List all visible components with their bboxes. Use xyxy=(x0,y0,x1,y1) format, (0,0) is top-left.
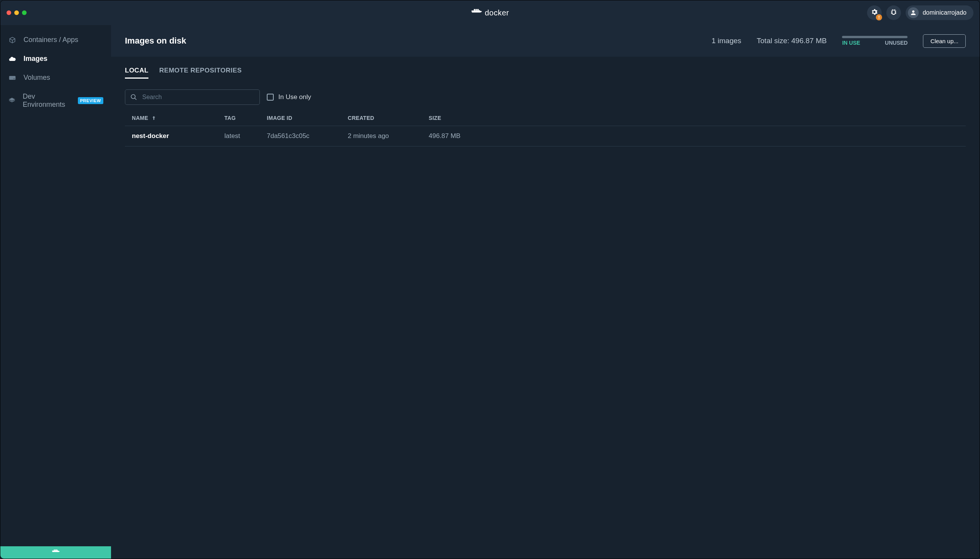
window-minimize-button[interactable] xyxy=(14,10,19,15)
tab-local[interactable]: LOCAL xyxy=(125,67,148,79)
app-logo: docker xyxy=(471,8,509,18)
images-table: NAME TAG IMAGE ID CREATED SIZE nest-dock… xyxy=(111,110,980,146)
clean-up-button[interactable]: Clean up... xyxy=(923,34,966,48)
window-maximize-button[interactable] xyxy=(22,10,27,15)
account-menu[interactable]: dominicarrojado xyxy=(906,5,973,20)
nav-list: Containers / Apps Images Volumes xyxy=(0,25,111,114)
svg-rect-11 xyxy=(54,550,55,551)
app-window: docker ! dominicarrojado xyxy=(0,0,980,559)
sidebar-item-containers[interactable]: Containers / Apps xyxy=(0,30,111,49)
filter-row: In Use only xyxy=(111,79,980,110)
usage-unused-label: UNUSED xyxy=(885,40,908,46)
app-name: docker xyxy=(485,8,509,17)
window-controls xyxy=(7,10,27,15)
column-header-created[interactable]: CREATED xyxy=(348,115,429,121)
search-icon xyxy=(130,94,137,101)
usage-bar xyxy=(842,36,908,38)
settings-button[interactable]: ! xyxy=(867,5,882,20)
settings-alert-badge: ! xyxy=(876,14,882,20)
svg-rect-6 xyxy=(477,9,479,11)
search-field-wrap xyxy=(125,89,260,105)
usage-indicator: IN USE UNUSED xyxy=(842,36,908,46)
in-use-only-label: In Use only xyxy=(278,93,311,101)
sidebar-item-volumes[interactable]: Volumes xyxy=(0,68,111,87)
checkbox-box-icon xyxy=(267,94,274,101)
sidebar-item-label: Dev Environments xyxy=(23,93,71,109)
layers-icon xyxy=(8,97,16,104)
sort-asc-icon xyxy=(151,115,157,121)
cloud-icon xyxy=(8,55,17,63)
drive-icon xyxy=(8,74,17,82)
docker-whale-icon xyxy=(471,8,482,18)
svg-rect-12 xyxy=(55,550,56,551)
cube-icon xyxy=(8,36,17,44)
troubleshoot-button[interactable] xyxy=(886,5,901,20)
sidebar-item-label: Volumes xyxy=(24,74,50,82)
column-header-image-id[interactable]: IMAGE ID xyxy=(267,115,348,121)
table-header: NAME TAG IMAGE ID CREATED SIZE xyxy=(125,110,966,126)
image-count: 1 images xyxy=(712,37,741,45)
total-size: Total size: 496.87 MB xyxy=(757,37,827,45)
sidebar-item-images[interactable]: Images xyxy=(0,49,111,68)
sidebar: Containers / Apps Images Volumes xyxy=(0,25,111,559)
table-row[interactable]: nest-docker latest 7da561c3c05c 2 minute… xyxy=(125,126,966,146)
sidebar-item-label: Containers / Apps xyxy=(24,36,78,44)
cell-name: nest-docker xyxy=(132,132,224,140)
account-name: dominicarrojado xyxy=(923,9,967,16)
window-close-button[interactable] xyxy=(7,10,11,15)
usage-inuse-label: IN USE xyxy=(842,40,860,46)
svg-rect-13 xyxy=(56,550,57,551)
page-title: Images on disk xyxy=(125,36,186,46)
bug-icon xyxy=(890,8,897,17)
content-header: Images on disk 1 images Total size: 496.… xyxy=(111,25,980,57)
in-use-only-checkbox[interactable]: In Use only xyxy=(267,93,311,101)
tabs: LOCAL REMOTE REPOSITORIES xyxy=(111,57,980,79)
svg-rect-5 xyxy=(475,9,477,11)
preview-badge: PREVIEW xyxy=(78,97,103,104)
column-header-label: NAME xyxy=(132,115,148,121)
column-header-name[interactable]: NAME xyxy=(132,115,224,121)
tab-remote-repositories[interactable]: REMOTE REPOSITORIES xyxy=(159,67,242,79)
column-header-size[interactable]: SIZE xyxy=(429,115,959,121)
sidebar-item-label: Images xyxy=(24,55,47,63)
column-header-tag[interactable]: TAG xyxy=(224,115,267,121)
cell-size: 496.87 MB xyxy=(429,132,959,140)
cell-image-id: 7da561c3c05c xyxy=(267,132,348,140)
main-content: Images on disk 1 images Total size: 496.… xyxy=(111,25,980,559)
titlebar: docker ! dominicarrojado xyxy=(0,0,980,25)
cell-tag: latest xyxy=(224,132,267,140)
docker-whale-icon xyxy=(52,549,60,556)
search-input[interactable] xyxy=(125,89,260,105)
cell-created: 2 minutes ago xyxy=(348,132,429,140)
svg-rect-4 xyxy=(474,9,475,11)
sidebar-item-dev-environments[interactable]: Dev Environments PREVIEW xyxy=(0,87,111,114)
sidebar-footer[interactable] xyxy=(0,546,111,559)
user-avatar-icon xyxy=(908,7,919,18)
